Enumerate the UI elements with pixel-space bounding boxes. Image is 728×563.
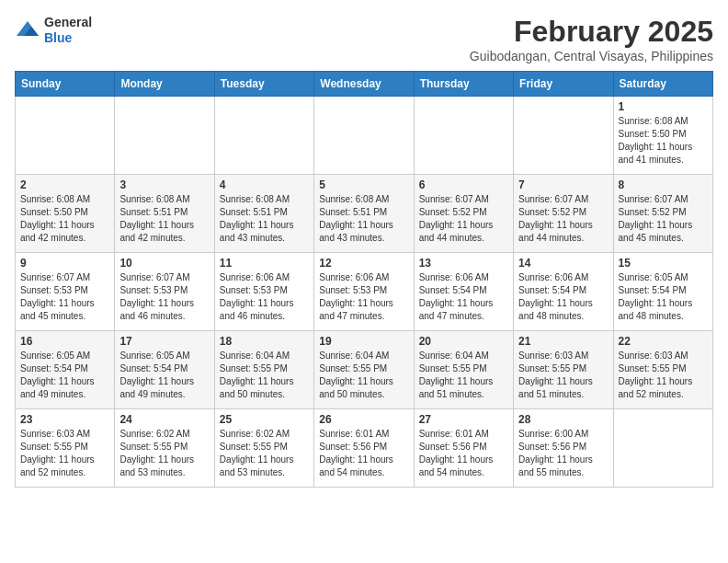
day-number: 8 — [619, 178, 708, 191]
title-block: February 2025 Guibodangan, Central Visay… — [470, 15, 713, 63]
day-number: 23 — [20, 413, 109, 426]
day-info: Sunrise: 6:08 AM Sunset: 5:51 PM Dayligh… — [319, 193, 408, 245]
day-cell — [613, 409, 712, 488]
day-info: Sunrise: 6:04 AM Sunset: 5:55 PM Dayligh… — [419, 350, 508, 401]
logo-icon — [15, 19, 40, 41]
day-cell: 18Sunrise: 6:04 AM Sunset: 5:55 PM Dayli… — [214, 331, 313, 409]
day-info: Sunrise: 6:03 AM Sunset: 5:55 PM Dayligh… — [619, 350, 708, 401]
day-info: Sunrise: 6:08 AM Sunset: 5:51 PM Dayligh… — [220, 193, 309, 245]
weekday-header-saturday: Saturday — [613, 72, 712, 97]
week-row-5: 23Sunrise: 6:03 AM Sunset: 5:55 PM Dayli… — [16, 409, 713, 488]
weekday-header-friday: Friday — [514, 72, 613, 97]
day-info: Sunrise: 6:05 AM Sunset: 5:54 PM Dayligh… — [619, 271, 708, 323]
weekday-header-thursday: Thursday — [414, 72, 513, 97]
day-cell: 4Sunrise: 6:08 AM Sunset: 5:51 PM Daylig… — [214, 175, 313, 253]
weekday-header-row: SundayMondayTuesdayWednesdayThursdayFrid… — [16, 72, 713, 97]
day-info: Sunrise: 6:02 AM Sunset: 5:55 PM Dayligh… — [220, 428, 309, 479]
weekday-header-monday: Monday — [115, 72, 214, 97]
day-number: 20 — [419, 335, 508, 348]
day-number: 7 — [518, 178, 608, 191]
day-number: 16 — [20, 335, 109, 348]
day-info: Sunrise: 6:04 AM Sunset: 5:55 PM Dayligh… — [319, 350, 408, 401]
day-info: Sunrise: 6:06 AM Sunset: 5:53 PM Dayligh… — [319, 271, 408, 323]
day-info: Sunrise: 6:01 AM Sunset: 5:56 PM Dayligh… — [319, 428, 408, 479]
day-number: 26 — [319, 413, 408, 426]
day-cell: 17Sunrise: 6:05 AM Sunset: 5:54 PM Dayli… — [115, 331, 214, 409]
day-number: 19 — [319, 335, 408, 348]
day-info: Sunrise: 6:03 AM Sunset: 5:55 PM Dayligh… — [20, 428, 109, 479]
day-cell: 6Sunrise: 6:07 AM Sunset: 5:52 PM Daylig… — [414, 175, 513, 253]
day-cell — [16, 97, 115, 175]
day-cell — [414, 97, 513, 175]
day-cell: 2Sunrise: 6:08 AM Sunset: 5:50 PM Daylig… — [16, 175, 115, 253]
day-number: 6 — [419, 178, 508, 191]
day-number: 21 — [518, 335, 608, 348]
day-number: 5 — [319, 178, 408, 191]
day-cell: 11Sunrise: 6:06 AM Sunset: 5:53 PM Dayli… — [214, 253, 313, 331]
day-cell: 3Sunrise: 6:08 AM Sunset: 5:51 PM Daylig… — [115, 175, 214, 253]
day-cell — [115, 97, 214, 175]
day-cell: 20Sunrise: 6:04 AM Sunset: 5:55 PM Dayli… — [414, 331, 513, 409]
day-cell: 14Sunrise: 6:06 AM Sunset: 5:54 PM Dayli… — [514, 253, 613, 331]
day-info: Sunrise: 6:07 AM Sunset: 5:52 PM Dayligh… — [419, 193, 508, 245]
day-number: 25 — [220, 413, 309, 426]
day-cell: 5Sunrise: 6:08 AM Sunset: 5:51 PM Daylig… — [314, 175, 414, 253]
day-number: 3 — [119, 178, 209, 191]
day-number: 9 — [20, 257, 109, 270]
day-number: 28 — [518, 413, 608, 426]
week-row-1: 1Sunrise: 6:08 AM Sunset: 5:50 PM Daylig… — [16, 97, 713, 175]
day-info: Sunrise: 6:07 AM Sunset: 5:53 PM Dayligh… — [119, 271, 209, 323]
day-cell: 21Sunrise: 6:03 AM Sunset: 5:55 PM Dayli… — [514, 331, 613, 409]
day-cell: 28Sunrise: 6:00 AM Sunset: 5:56 PM Dayli… — [514, 409, 613, 488]
day-info: Sunrise: 6:06 AM Sunset: 5:53 PM Dayligh… — [220, 271, 309, 323]
week-row-3: 9Sunrise: 6:07 AM Sunset: 5:53 PM Daylig… — [16, 253, 713, 331]
day-cell: 26Sunrise: 6:01 AM Sunset: 5:56 PM Dayli… — [314, 409, 414, 488]
day-info: Sunrise: 6:07 AM Sunset: 5:52 PM Dayligh… — [619, 193, 708, 245]
day-info: Sunrise: 6:08 AM Sunset: 5:50 PM Dayligh… — [619, 115, 708, 167]
day-number: 17 — [119, 335, 209, 348]
day-cell: 22Sunrise: 6:03 AM Sunset: 5:55 PM Dayli… — [613, 331, 712, 409]
day-number: 14 — [518, 257, 608, 270]
location: Guibodangan, Central Visayas, Philippine… — [470, 49, 713, 63]
weekday-header-tuesday: Tuesday — [214, 72, 313, 97]
week-row-4: 16Sunrise: 6:05 AM Sunset: 5:54 PM Dayli… — [16, 331, 713, 409]
day-cell: 24Sunrise: 6:02 AM Sunset: 5:55 PM Dayli… — [115, 409, 214, 488]
day-number: 12 — [319, 257, 408, 270]
day-cell: 25Sunrise: 6:02 AM Sunset: 5:55 PM Dayli… — [214, 409, 313, 488]
day-cell: 15Sunrise: 6:05 AM Sunset: 5:54 PM Dayli… — [613, 253, 712, 331]
day-cell — [314, 97, 414, 175]
day-cell: 19Sunrise: 6:04 AM Sunset: 5:55 PM Dayli… — [314, 331, 414, 409]
day-info: Sunrise: 6:05 AM Sunset: 5:54 PM Dayligh… — [119, 350, 209, 401]
day-info: Sunrise: 6:06 AM Sunset: 5:54 PM Dayligh… — [518, 271, 608, 323]
day-number: 10 — [119, 257, 209, 270]
day-cell: 8Sunrise: 6:07 AM Sunset: 5:52 PM Daylig… — [613, 175, 712, 253]
day-cell — [514, 97, 613, 175]
day-number: 11 — [220, 257, 309, 270]
day-number: 24 — [119, 413, 209, 426]
day-number: 15 — [619, 257, 708, 270]
day-cell: 10Sunrise: 6:07 AM Sunset: 5:53 PM Dayli… — [115, 253, 214, 331]
day-info: Sunrise: 6:02 AM Sunset: 5:55 PM Dayligh… — [119, 428, 209, 479]
day-cell: 27Sunrise: 6:01 AM Sunset: 5:56 PM Dayli… — [414, 409, 513, 488]
week-row-2: 2Sunrise: 6:08 AM Sunset: 5:50 PM Daylig… — [16, 175, 713, 253]
day-number: 2 — [20, 178, 109, 191]
weekday-header-wednesday: Wednesday — [314, 72, 414, 97]
day-info: Sunrise: 6:07 AM Sunset: 5:52 PM Dayligh… — [518, 193, 608, 245]
day-info: Sunrise: 6:06 AM Sunset: 5:54 PM Dayligh… — [419, 271, 508, 323]
day-number: 4 — [220, 178, 309, 191]
logo-text: General Blue — [44, 15, 92, 46]
day-cell: 9Sunrise: 6:07 AM Sunset: 5:53 PM Daylig… — [16, 253, 115, 331]
day-info: Sunrise: 6:05 AM Sunset: 5:54 PM Dayligh… — [20, 350, 109, 401]
day-cell: 16Sunrise: 6:05 AM Sunset: 5:54 PM Dayli… — [16, 331, 115, 409]
logo-line1: General — [44, 15, 92, 30]
day-cell — [214, 97, 313, 175]
day-cell: 23Sunrise: 6:03 AM Sunset: 5:55 PM Dayli… — [16, 409, 115, 488]
day-info: Sunrise: 6:01 AM Sunset: 5:56 PM Dayligh… — [419, 428, 508, 479]
page-header: General Blue February 2025 Guibodangan, … — [15, 15, 713, 63]
day-number: 13 — [419, 257, 508, 270]
day-info: Sunrise: 6:04 AM Sunset: 5:55 PM Dayligh… — [220, 350, 309, 401]
day-info: Sunrise: 6:03 AM Sunset: 5:55 PM Dayligh… — [518, 350, 608, 401]
day-cell: 13Sunrise: 6:06 AM Sunset: 5:54 PM Dayli… — [414, 253, 513, 331]
day-number: 18 — [220, 335, 309, 348]
month-year: February 2025 — [470, 15, 713, 49]
